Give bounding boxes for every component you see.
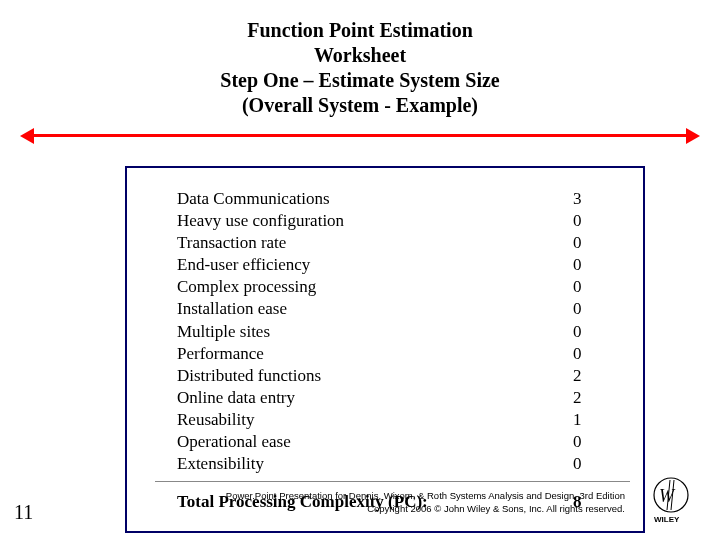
footer-line-1: Power.Point Presentation for Dennis, Wix… [0, 490, 625, 503]
table-row: Multiple sites0 [177, 321, 593, 343]
row-value: 3 [573, 188, 593, 210]
row-value: 2 [573, 365, 593, 387]
table-row: Transaction rate0 [177, 232, 593, 254]
wiley-logo-icon: W WILEY [646, 474, 696, 524]
title-line-1: Function Point Estimation [0, 18, 720, 43]
table-row: Complex processing0 [177, 276, 593, 298]
table-row: Distributed functions2 [177, 365, 593, 387]
row-label: Complex processing [177, 276, 573, 298]
table-row: Heavy use configuration0 [177, 210, 593, 232]
row-label: Installation ease [177, 298, 573, 320]
table-row: Data Communications3 [177, 188, 593, 210]
row-value: 1 [573, 409, 593, 431]
divider-arrow [20, 126, 700, 146]
row-value: 0 [573, 321, 593, 343]
row-value: 0 [573, 254, 593, 276]
slide-number: 11 [14, 501, 33, 524]
table-row: Performance0 [177, 343, 593, 365]
row-value: 0 [573, 343, 593, 365]
row-value: 0 [573, 453, 593, 475]
footer-credits: Power.Point Presentation for Dennis, Wix… [0, 490, 625, 516]
row-value: 0 [573, 232, 593, 254]
table-row: Online data entry2 [177, 387, 593, 409]
row-value: 0 [573, 210, 593, 232]
row-label: Distributed functions [177, 365, 573, 387]
row-label: End-user efficiency [177, 254, 573, 276]
row-value: 0 [573, 298, 593, 320]
row-label: Heavy use configuration [177, 210, 573, 232]
row-value: 0 [573, 431, 593, 453]
row-value: 2 [573, 387, 593, 409]
row-label: Online data entry [177, 387, 573, 409]
table-row: Extensibility0 [177, 453, 593, 475]
row-label: Data Communications [177, 188, 573, 210]
arrow-right-icon [686, 128, 700, 144]
table-row: Reusability1 [177, 409, 593, 431]
table-row: Operational ease0 [177, 431, 593, 453]
row-label: Extensibility [177, 453, 573, 475]
slide-title: Function Point Estimation Worksheet Step… [0, 0, 720, 118]
row-value: 0 [573, 276, 593, 298]
row-label: Transaction rate [177, 232, 573, 254]
row-label: Operational ease [177, 431, 573, 453]
arrow-line-icon [30, 134, 690, 137]
title-line-4: (Overall System - Example) [0, 93, 720, 118]
row-label: Performance [177, 343, 573, 365]
footer-line-2: Copyright 2006 © John Wiley & Sons, Inc.… [0, 503, 625, 516]
title-line-2: Worksheet [0, 43, 720, 68]
row-label: Reusability [177, 409, 573, 431]
footer-rule [155, 481, 630, 482]
table-row: End-user efficiency0 [177, 254, 593, 276]
title-line-3: Step One – Estimate System Size [0, 68, 720, 93]
table-row: Installation ease0 [177, 298, 593, 320]
complexity-table: Data Communications3Heavy use configurat… [125, 166, 645, 533]
svg-text:WILEY: WILEY [654, 515, 680, 524]
row-label: Multiple sites [177, 321, 573, 343]
